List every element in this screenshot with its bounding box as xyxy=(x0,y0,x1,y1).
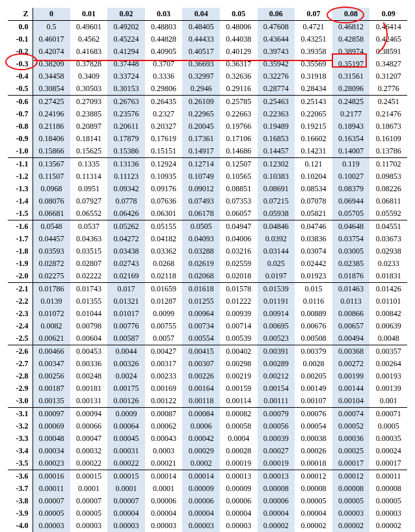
table-cell: 0.00002 xyxy=(295,520,332,532)
table-cell: 0.00017 xyxy=(332,457,370,470)
table-cell: 0.12507 xyxy=(220,158,258,171)
table-cell: 0.05938 xyxy=(258,207,295,220)
row-header: -3.8 xyxy=(8,495,33,507)
table-cell: 0.31918 xyxy=(295,70,332,83)
table-cell: 0.00003 xyxy=(220,520,258,532)
table-cell: 0.00004 xyxy=(220,507,258,520)
table-cell: 0.44038 xyxy=(220,33,258,46)
table-cell: 0.00187 xyxy=(33,382,70,395)
table-cell: 0.40129 xyxy=(220,46,258,58)
table-cell: 0.04363 xyxy=(70,233,108,245)
table-cell: 0.00008 xyxy=(332,483,370,495)
table-cell: 0.00317 xyxy=(145,358,183,370)
table-cell: 0.04551 xyxy=(369,220,407,233)
table-cell: 0.00914 xyxy=(258,308,295,320)
table-cell: 0.00219 xyxy=(220,370,258,382)
table-cell: 0.00256 xyxy=(33,370,70,382)
table-cell: 0.01831 xyxy=(369,270,407,283)
table-cell: 0.00005 xyxy=(33,507,70,520)
table-cell: 0.20611 xyxy=(107,120,145,133)
table-cell: 0.07636 xyxy=(145,195,183,207)
table-cell: 0.00175 xyxy=(107,382,145,395)
table-cell: 0.00154 xyxy=(258,382,295,395)
row-header: -2.0 xyxy=(8,270,33,283)
table-cell: 0.38591 xyxy=(369,46,407,58)
table-cell: 0.00064 xyxy=(107,420,145,432)
table-cell: 0.00181 xyxy=(70,382,108,395)
table-cell: 0.00002 xyxy=(258,520,295,532)
table-cell: 0.00008 xyxy=(258,483,295,495)
table-cell: 0.04746 xyxy=(295,220,332,233)
table-cell: 0.00007 xyxy=(70,495,108,507)
table-cell: 0.0001 xyxy=(70,483,108,495)
row-header: -3.9 xyxy=(8,507,33,520)
table-cell: 0.36317 xyxy=(220,58,258,70)
table-cell: 0.00539 xyxy=(220,332,258,345)
table-cell: 0.32276 xyxy=(258,70,295,83)
table-cell: 0.33724 xyxy=(107,70,145,83)
table-cell: 0.02068 xyxy=(182,270,220,283)
table-cell: 0.13136 xyxy=(107,158,145,171)
row-header: -1.9 xyxy=(8,258,33,270)
table-cell: 0.00004 xyxy=(107,507,145,520)
row-header: -0.5 xyxy=(8,83,33,96)
table-cell: 0.01426 xyxy=(369,283,407,296)
table-cell: 0.00604 xyxy=(70,332,108,345)
table-cell: 0.05705 xyxy=(332,207,370,220)
table-cell: 0.01923 xyxy=(295,270,332,283)
table-cell: 0.00357 xyxy=(369,345,407,358)
row-header: 0.0 xyxy=(8,21,33,34)
table-cell: 0.40905 xyxy=(145,46,183,58)
table-cell: 0.00012 xyxy=(332,470,370,483)
table-cell: 0.27425 xyxy=(33,96,70,109)
table-cell: 0.25785 xyxy=(220,96,258,109)
table-cell: 0.00005 xyxy=(369,495,407,507)
table-cell: 0.17361 xyxy=(182,133,220,145)
table-cell: 0.00027 xyxy=(258,445,295,457)
table-cell: 0.03515 xyxy=(70,245,108,258)
table-cell: 0.28096 xyxy=(332,83,370,96)
table-cell: 0.00024 xyxy=(369,445,407,457)
table-cell: 0.13567 xyxy=(33,158,70,171)
table-cell: 0.00006 xyxy=(182,495,220,507)
table-cell: 0.2451 xyxy=(369,96,407,109)
table-cell: 0.48006 xyxy=(220,21,258,34)
table-cell: 0.32636 xyxy=(220,70,258,83)
table-cell: 0.00006 xyxy=(220,495,258,507)
table-cell: 0.00347 xyxy=(33,358,70,370)
row-header: -0.2 xyxy=(8,46,33,58)
table-cell: 0.37448 xyxy=(107,58,145,70)
table-cell: 0.17879 xyxy=(107,133,145,145)
table-cell: 0.00842 xyxy=(369,308,407,320)
table-cell: 0.0099 xyxy=(145,308,183,320)
table-cell: 0.025 xyxy=(258,258,295,270)
table-cell: 0.30854 xyxy=(33,83,70,96)
table-cell: 0.00199 xyxy=(332,370,370,382)
table-cell: 0.01044 xyxy=(70,308,108,320)
table-cell: 0.04006 xyxy=(220,233,258,245)
table-cell: 0.44433 xyxy=(182,33,220,46)
table-cell: 0.14007 xyxy=(332,145,370,158)
table-cell: 0.00004 xyxy=(182,507,220,520)
table-cell: 0.2946 xyxy=(182,83,220,96)
table-cell: 0.00008 xyxy=(369,483,407,495)
table-cell: 0.23576 xyxy=(107,108,145,120)
table-cell: 0.06681 xyxy=(33,207,70,220)
table-cell: 0.4721 xyxy=(295,21,332,34)
row-header: -2.2 xyxy=(8,295,33,308)
table-cell: 0.10935 xyxy=(145,170,183,183)
table-cell: 0.27093 xyxy=(70,96,108,109)
row-header: -4.0 xyxy=(8,520,33,532)
table-cell: 0.02275 xyxy=(33,270,70,283)
table-cell: 0.19766 xyxy=(220,120,258,133)
table-cell: 0.08534 xyxy=(295,183,332,195)
table-cell: 0.17106 xyxy=(220,133,258,145)
row-header: -2.4 xyxy=(8,320,33,332)
table-cell: 0.0113 xyxy=(332,295,370,308)
row-header: -3.2 xyxy=(8,420,33,432)
table-cell: 0.06811 xyxy=(369,195,407,207)
table-cell: 0.01287 xyxy=(145,295,183,308)
table-cell: 0.00264 xyxy=(369,358,407,370)
table-cell: 0.02559 xyxy=(220,258,258,270)
table-cell: 0.06178 xyxy=(182,207,220,220)
